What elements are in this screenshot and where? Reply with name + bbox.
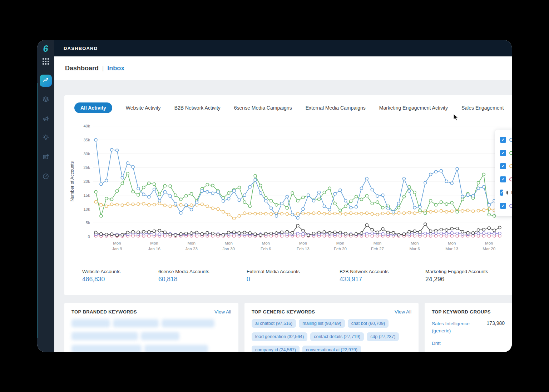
tab-b2b-network-activity[interactable]: B2B Network Activity	[174, 105, 221, 111]
activity-chart-card: All ActivityWebsite ActivityB2B Network …	[64, 95, 512, 295]
tab-sales-engagement[interactable]: Sales Engagement	[461, 105, 504, 111]
keyword-group-row: Drift	[432, 340, 505, 347]
legend-checkbox[interactable]: ✓	[500, 203, 506, 209]
series-marker-icon	[509, 151, 512, 155]
legend-item[interactable]: ✓External Media Campaigns	[495, 173, 512, 186]
keyword-chip[interactable]: chat bot (60,709)	[348, 319, 389, 328]
svg-text:Mar 20: Mar 20	[483, 247, 495, 251]
stat-value[interactable]: 433,917	[340, 276, 425, 283]
breadcrumb: Dashboard | Inbox	[54, 56, 512, 80]
keyword-group-link[interactable]: Sales Intelligence (generic)	[432, 320, 482, 334]
sidebar-item-campaigns[interactable]	[40, 113, 52, 125]
svg-text:Mar 6: Mar 6	[409, 247, 420, 251]
svg-text:Jan 16: Jan 16	[148, 247, 160, 251]
stat-b2b-network-accounts: B2B Network Accounts433,917	[340, 269, 425, 283]
svg-text:25k: 25k	[83, 165, 90, 170]
legend-item[interactable]: ✓6sense Media Campaigns	[495, 160, 512, 173]
svg-text:Mon: Mon	[448, 241, 456, 245]
blurred-keyword-chip[interactable]	[71, 345, 142, 352]
legend-item[interactable]: ✓Sales Engagement	[495, 199, 512, 212]
keyword-group-link[interactable]: Drift	[432, 340, 482, 347]
sidebar-item-performance[interactable]	[40, 171, 52, 183]
keyword-chip[interactable]: lead generation (32,564)	[252, 332, 307, 341]
legend-checkbox[interactable]: ✓	[500, 137, 506, 143]
tab-all-activity[interactable]: All Activity	[74, 102, 112, 113]
keyword-chip[interactable]: conversational ai (22,979)	[302, 346, 361, 352]
view-all-link[interactable]: View All	[214, 309, 231, 315]
stat-value[interactable]: 486,830	[82, 276, 158, 283]
line-chart[interactable]: 05k10k15k20k25k30k35k40kNumber of Accoun…	[64, 115, 512, 264]
svg-text:15k: 15k	[83, 193, 90, 197]
tab-website-activity[interactable]: Website Activity	[126, 105, 161, 111]
legend-checkbox[interactable]: ✓	[500, 190, 503, 196]
tab-marketing-engagement-activity[interactable]: Marketing Engagement Activity	[379, 105, 448, 111]
breadcrumb-dashboard[interactable]: Dashboard	[65, 65, 99, 72]
svg-text:40k: 40k	[83, 124, 90, 128]
stat-value[interactable]: 60,818	[158, 276, 247, 283]
lightbulb-icon	[42, 134, 49, 143]
svg-text:20k: 20k	[83, 179, 90, 184]
keyword-chip[interactable]: mailing list (93,469)	[299, 319, 345, 328]
legend-item[interactable]: ✓Website Activity	[495, 133, 512, 146]
app-launcher-icon[interactable]	[43, 58, 49, 65]
account-stats-row: Website Accounts486,8306sense Media Acco…	[64, 264, 512, 283]
svg-text:Mon: Mon	[225, 241, 233, 245]
keyword-group-list: Sales Intelligence (generic)173,980Drift	[432, 320, 505, 347]
blurred-keyword-chip[interactable]	[71, 319, 110, 327]
keyword-cards-row: TOP BRANDED KEYWORDS View All TOP GENERI…	[64, 303, 512, 352]
stat-6sense-media-accounts: 6sense Media Accounts60,818	[158, 269, 247, 283]
svg-text:10k: 10k	[83, 207, 90, 211]
page-title: DASHBOARD	[64, 46, 98, 51]
top-keyword-groups-card: TOP KEYWORD GROUPS Sales Intelligence (g…	[425, 303, 512, 352]
sixsense-logo: 6	[43, 44, 48, 53]
stat-value: 24,296	[425, 276, 512, 283]
tab-6sense-media-campaigns[interactable]: 6sense Media Campaigns	[234, 105, 292, 111]
legend-checkbox[interactable]: ✓	[500, 150, 506, 156]
svg-text:Mon: Mon	[374, 241, 381, 245]
blurred-keyword-chip[interactable]	[113, 319, 159, 327]
blurred-keyword-chip[interactable]	[144, 345, 208, 352]
svg-text:5k: 5k	[86, 221, 90, 225]
keyword-chip[interactable]: company id (24,567)	[252, 346, 300, 352]
svg-text:Mon: Mon	[150, 241, 158, 245]
legend-checkbox[interactable]: ✓	[500, 176, 506, 182]
sidebar-item-reports[interactable]	[40, 152, 52, 164]
stat-marketing-engaged-accounts: Marketing Engaged Accounts24,296	[425, 269, 512, 283]
sidebar-item-insights[interactable]	[40, 132, 52, 145]
series-marker-icon	[506, 191, 508, 195]
content-area: All ActivityWebsite ActivityB2B Network …	[54, 80, 512, 352]
blurred-keyword-chip[interactable]	[141, 332, 179, 340]
svg-text:Mon: Mon	[299, 241, 307, 245]
svg-text:Feb 6: Feb 6	[261, 247, 271, 251]
card-title: TOP BRANDED KEYWORDS	[71, 309, 137, 315]
legend-checkbox[interactable]: ✓	[500, 163, 506, 169]
svg-text:Mon: Mon	[113, 241, 121, 245]
stat-label: Marketing Engaged Accounts	[425, 269, 512, 274]
stat-label: External Media Accounts	[247, 269, 340, 274]
keyword-chip[interactable]: contact details (27,719)	[310, 332, 364, 341]
legend-label: Marketing Engagement Activity	[511, 190, 512, 195]
series-marker-icon	[509, 204, 512, 208]
stat-label: 6sense Media Accounts	[158, 269, 247, 274]
layers-icon	[42, 96, 49, 104]
branded-keyword-chips	[71, 319, 231, 352]
card-title: TOP GENERIC KEYWORDS	[252, 309, 315, 315]
generic-keyword-chips: ai chatbot (97,516)mailing list (93,469)…	[252, 319, 411, 352]
svg-text:Mon: Mon	[411, 241, 419, 245]
legend-item[interactable]: ✓B2B Network Activity	[495, 146, 512, 160]
stat-value[interactable]: 0	[247, 276, 340, 283]
keyword-group-row: Sales Intelligence (generic)173,980	[432, 320, 505, 334]
breadcrumb-inbox-link[interactable]: Inbox	[107, 65, 124, 72]
tab-external-media-campaigns[interactable]: External Media Campaigns	[306, 105, 366, 111]
sidebar-item-segments[interactable]	[40, 94, 52, 106]
trend-chart-icon	[43, 77, 49, 85]
legend-item[interactable]: ✓Marketing Engagement Activity	[495, 186, 512, 199]
keyword-chip[interactable]: ai chatbot (97,516)	[252, 319, 296, 328]
app-header: DASHBOARD	[54, 40, 512, 56]
view-all-link[interactable]: View All	[395, 309, 411, 315]
blurred-keyword-chip[interactable]	[162, 319, 214, 327]
keyword-chip[interactable]: cdp (27,237)	[367, 332, 399, 341]
sidebar-item-dashboards[interactable]	[40, 75, 52, 87]
svg-text:35k: 35k	[83, 138, 90, 142]
blurred-keyword-chip[interactable]	[71, 332, 138, 340]
